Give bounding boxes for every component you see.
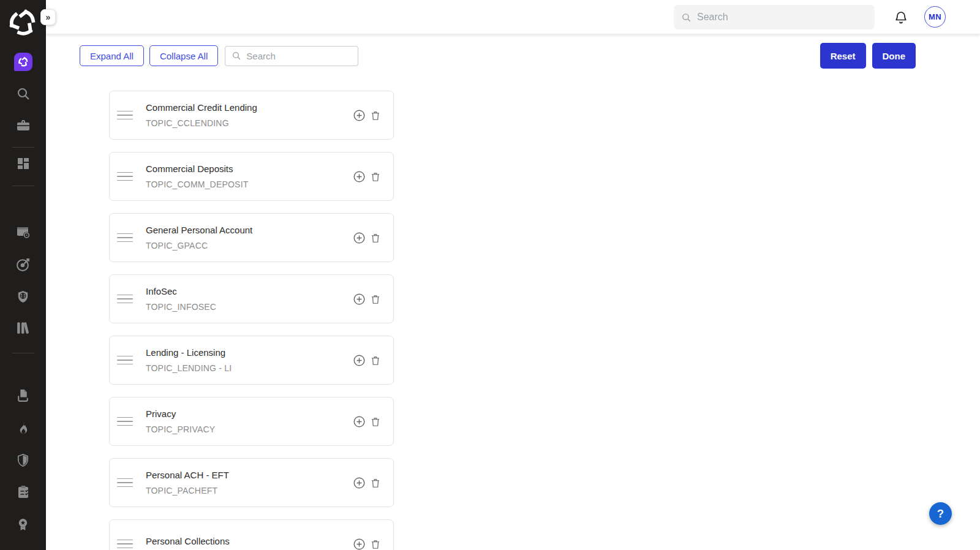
- topic-card: Commercial Deposits TOPIC_COMM_DEPOSIT: [109, 152, 394, 201]
- assistant-chat-icon: [14, 53, 32, 71]
- sidebar-item-records-alerts[interactable]: [0, 224, 46, 240]
- add-topic-button[interactable]: [353, 354, 366, 367]
- topics-toolbar: Expand All Collapse All Search Reset Don…: [46, 34, 980, 69]
- plus-circle-icon: [353, 538, 366, 550]
- drag-handle-icon[interactable]: [117, 356, 133, 365]
- topic-title: Lending - Licensing: [146, 347, 353, 358]
- topics-search-input[interactable]: Search: [225, 46, 358, 66]
- sidebar-item-checklist[interactable]: [0, 484, 46, 499]
- delete-topic-button[interactable]: [370, 477, 381, 489]
- topic-title: Commercial Deposits: [146, 164, 353, 174]
- topics-search-placeholder: Search: [246, 51, 276, 61]
- plus-circle-icon: [353, 415, 366, 428]
- topic-title: Commercial Credit Lending: [146, 102, 353, 113]
- add-topic-button[interactable]: [353, 170, 366, 183]
- main-content: Expand All Collapse All Search Reset Don…: [46, 34, 980, 550]
- sidebar-item-hot-items[interactable]: [0, 421, 46, 435]
- bell-icon: [894, 10, 908, 24]
- award-badge-icon: [16, 518, 30, 532]
- delete-topic-button[interactable]: [370, 538, 381, 550]
- sidebar-item-protection[interactable]: [0, 453, 46, 467]
- topic-card: General Personal Account TOPIC_GPACC: [109, 213, 394, 262]
- add-topic-button[interactable]: [353, 293, 366, 306]
- topic-title: Personal Collections: [146, 536, 353, 546]
- trash-icon: [370, 355, 381, 366]
- shield-half-icon: [16, 453, 30, 467]
- sidebar-item-goals[interactable]: [0, 257, 46, 273]
- global-search-input[interactable]: Search: [674, 5, 875, 29]
- sidebar-divider: [12, 353, 34, 353]
- shield-globe-icon: [16, 290, 30, 304]
- topic-code: TOPIC_INFOSEC: [146, 302, 353, 312]
- trash-icon: [370, 477, 381, 489]
- plus-circle-icon: [353, 109, 366, 122]
- add-topic-button[interactable]: [353, 109, 366, 122]
- company-logo[interactable]: [7, 7, 38, 38]
- briefcase-icon: [16, 118, 31, 133]
- reset-button[interactable]: Reset: [820, 43, 866, 69]
- drag-handle-icon[interactable]: [117, 233, 133, 243]
- delete-topic-button[interactable]: [370, 416, 381, 428]
- trash-icon: [370, 110, 381, 121]
- sidebar-item-achievements[interactable]: [0, 518, 46, 532]
- topic-title: InfoSec: [146, 286, 353, 296]
- sidebar-item-library[interactable]: [0, 320, 46, 336]
- drag-handle-icon[interactable]: [117, 478, 133, 488]
- trash-icon: [370, 538, 381, 550]
- drag-handle-icon[interactable]: [117, 111, 133, 120]
- trash-icon: [370, 232, 381, 244]
- sidebar-item-workspace[interactable]: [0, 118, 46, 133]
- sidebar-item-assistant[interactable]: [0, 53, 46, 71]
- search-icon: [232, 51, 241, 61]
- sidebar-divider: [12, 186, 34, 186]
- drag-handle-icon[interactable]: [117, 295, 133, 304]
- user-avatar[interactable]: MN: [924, 6, 946, 28]
- topic-code: TOPIC_PRIVACY: [146, 424, 353, 434]
- topic-code: TOPIC_PACHEFT: [146, 486, 353, 495]
- clipboard-tasks-icon: [16, 484, 31, 499]
- sidebar-divider: [12, 147, 34, 148]
- delete-topic-button[interactable]: [370, 110, 381, 121]
- topic-card: Privacy TOPIC_PRIVACY: [109, 397, 394, 446]
- drag-handle-icon[interactable]: [117, 172, 133, 181]
- sidebar-item-dashboard[interactable]: [0, 156, 46, 171]
- trash-icon: [370, 416, 381, 428]
- add-topic-button[interactable]: [353, 477, 366, 489]
- topic-code: TOPIC_GPACC: [146, 241, 353, 251]
- drag-handle-icon[interactable]: [117, 417, 133, 426]
- sidebar-item-global-security[interactable]: [0, 290, 46, 304]
- dashboard-icon: [16, 156, 31, 171]
- topic-card: Commercial Credit Lending TOPIC_CCLENDIN…: [109, 91, 394, 140]
- search-icon: [681, 12, 692, 23]
- topic-title: Privacy: [146, 409, 353, 419]
- topic-card: Personal ACH - EFT TOPIC_PACHEFT: [109, 458, 394, 507]
- add-topic-button[interactable]: [353, 538, 366, 550]
- plus-circle-icon: [353, 354, 366, 367]
- drag-handle-icon[interactable]: [117, 540, 133, 549]
- flame-icon: [16, 421, 30, 435]
- records-alert-icon: [15, 224, 31, 240]
- done-button[interactable]: Done: [872, 43, 916, 69]
- collapse-all-button[interactable]: Collapse All: [149, 45, 218, 66]
- delete-topic-button[interactable]: [370, 232, 381, 244]
- topic-title: Personal ACH - EFT: [146, 470, 353, 480]
- plus-circle-icon: [353, 293, 366, 306]
- expand-all-button[interactable]: Expand All: [80, 45, 144, 66]
- topic-code: TOPIC_CCLENDING: [146, 118, 353, 128]
- delete-topic-button[interactable]: [370, 355, 381, 366]
- topic-list: Commercial Credit Lending TOPIC_CCLENDIN…: [109, 91, 394, 550]
- sidebar-expand-button[interactable]: »: [40, 9, 56, 25]
- search-icon: [16, 86, 31, 101]
- global-search-placeholder: Search: [697, 12, 728, 23]
- delete-topic-button[interactable]: [370, 171, 381, 183]
- add-topic-button[interactable]: [353, 232, 366, 244]
- sidebar-item-document-intake[interactable]: [0, 388, 46, 404]
- notifications-button[interactable]: [894, 10, 908, 24]
- delete-topic-button[interactable]: [370, 293, 381, 305]
- add-topic-button[interactable]: [353, 415, 366, 428]
- sidebar-item-search[interactable]: [0, 86, 46, 101]
- topic-code: TOPIC_LENDING - LI: [146, 363, 353, 373]
- trash-icon: [370, 293, 381, 305]
- help-button[interactable]: ?: [929, 502, 952, 525]
- trash-icon: [370, 171, 381, 183]
